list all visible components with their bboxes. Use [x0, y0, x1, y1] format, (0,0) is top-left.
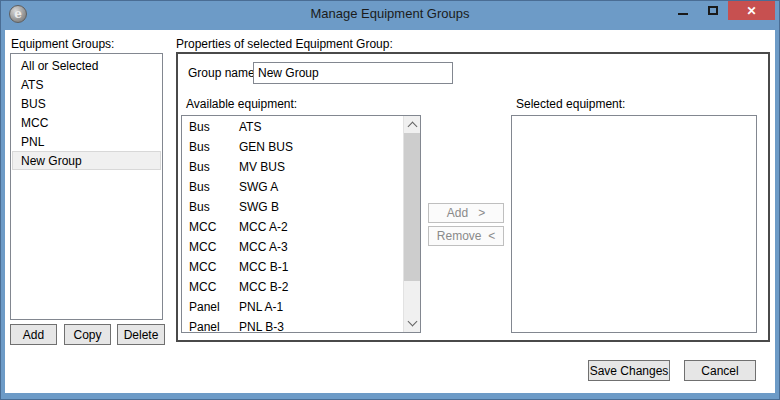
equipment-type: Bus: [189, 158, 239, 178]
equipment-groups-listbox[interactable]: All or SelectedATSBUSMCCPNLNew Group: [10, 53, 163, 320]
add-group-button[interactable]: Add: [10, 324, 57, 345]
available-equipment-row[interactable]: Bus SWG A: [182, 178, 420, 198]
close-button[interactable]: ✕: [728, 0, 775, 20]
available-equipment-listbox[interactable]: Bus ATS Bus GEN BUS Bus MV BUS Bus SWG A…: [181, 115, 421, 333]
available-equipment-row[interactable]: Bus SWG B: [182, 198, 420, 218]
maximize-icon: [708, 6, 718, 15]
minimize-button[interactable]: [668, 0, 698, 20]
app-icon: e: [9, 5, 27, 23]
equipment-group-item[interactable]: MCC: [12, 113, 161, 132]
equipment-type: MCC: [189, 258, 239, 278]
properties-label: Properties of selected Equipment Group:: [176, 37, 393, 51]
equipment-group-item[interactable]: New Group: [12, 151, 161, 170]
available-equipment-row[interactable]: MCC MCC B-1: [182, 258, 420, 278]
equipment-type: MCC: [189, 278, 239, 298]
equipment-type: Panel: [189, 318, 239, 333]
vertical-scrollbar[interactable]: [403, 116, 420, 332]
available-equipment-row[interactable]: MCC MCC A-2: [182, 218, 420, 238]
equipment-type: Panel: [189, 298, 239, 318]
equipment-group-item[interactable]: ATS: [12, 75, 161, 94]
equipment-name: MCC B-2: [239, 278, 288, 298]
equipment-group-item[interactable]: All or Selected: [12, 56, 161, 75]
available-equipment-row[interactable]: Bus ATS: [182, 118, 420, 138]
remove-equipment-button[interactable]: Remove <: [428, 226, 504, 246]
scroll-down-button[interactable]: [404, 315, 421, 332]
equipment-name: MCC A-3: [239, 238, 288, 258]
selected-equipment-listbox[interactable]: [511, 115, 757, 333]
equipment-name: MCC A-2: [239, 218, 288, 238]
equipment-group-item[interactable]: PNL: [12, 132, 161, 151]
scroll-up-button[interactable]: [404, 116, 421, 133]
available-equipment-row[interactable]: Bus MV BUS: [182, 158, 420, 178]
available-equipment-rows: Bus ATS Bus GEN BUS Bus MV BUS Bus SWG A…: [182, 116, 420, 333]
save-changes-button[interactable]: Save Changes: [588, 360, 670, 381]
equipment-name: PNL A-1: [239, 298, 283, 318]
cancel-button[interactable]: Cancel: [684, 360, 756, 381]
chevron-up-icon: [408, 122, 418, 132]
available-equipment-row[interactable]: Panel PNL B-3: [182, 318, 420, 333]
available-equipment-row[interactable]: Bus GEN BUS: [182, 138, 420, 158]
equipment-name: MV BUS: [239, 158, 285, 178]
copy-group-button[interactable]: Copy: [64, 324, 111, 345]
equipment-type: MCC: [189, 218, 239, 238]
titlebar[interactable]: e Manage Equipment Groups ✕: [0, 0, 780, 30]
dialog-window: e Manage Equipment Groups ✕ Equipment Gr…: [0, 0, 780, 400]
delete-group-button[interactable]: Delete: [117, 324, 165, 345]
add-equipment-button[interactable]: Add >: [428, 203, 504, 223]
equipment-name: MCC B-1: [239, 258, 288, 278]
equipment-type: MCC: [189, 238, 239, 258]
window-title: Manage Equipment Groups: [0, 6, 780, 21]
equipment-group-item[interactable]: BUS: [12, 94, 161, 113]
equipment-name: SWG A: [239, 178, 278, 198]
equipment-type: Bus: [189, 178, 239, 198]
equipment-type: Bus: [189, 138, 239, 158]
app-icon-letter: e: [14, 8, 22, 20]
dialog-content: Equipment Groups: All or SelectedATSBUSM…: [5, 30, 775, 393]
group-name-input[interactable]: [253, 62, 453, 84]
equipment-name: PNL B-3: [239, 318, 284, 333]
available-equipment-row[interactable]: MCC MCC A-3: [182, 238, 420, 258]
scrollbar-thumb[interactable]: [404, 133, 421, 281]
selected-equipment-label: Selected equipment:: [516, 97, 625, 111]
maximize-button[interactable]: [698, 0, 728, 20]
minimize-icon: [678, 13, 688, 15]
chevron-down-icon: [408, 317, 418, 327]
available-equipment-label: Available equipment:: [186, 97, 297, 111]
equipment-groups-label: Equipment Groups:: [11, 37, 114, 51]
close-icon: ✕: [746, 5, 756, 17]
equipment-name: SWG B: [239, 198, 279, 218]
available-equipment-row[interactable]: MCC MCC B-2: [182, 278, 420, 298]
equipment-type: Bus: [189, 198, 239, 218]
group-name-label: Group name:: [188, 66, 258, 80]
equipment-name: GEN BUS: [239, 138, 293, 158]
selected-equipment-rows: [512, 116, 756, 118]
available-equipment-row[interactable]: Panel PNL A-1: [182, 298, 420, 318]
equipment-type: Bus: [189, 118, 239, 138]
caption-buttons: ✕: [668, 0, 775, 20]
equipment-name: ATS: [239, 118, 261, 138]
